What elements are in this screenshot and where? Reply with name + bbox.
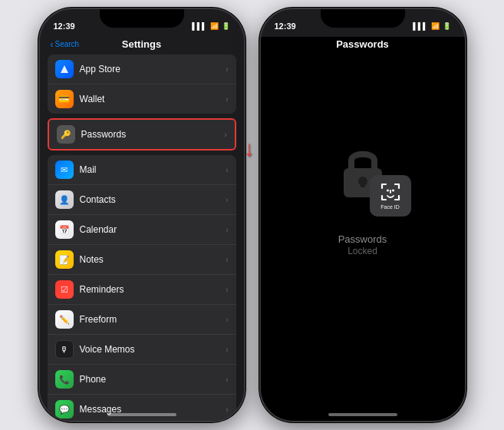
settings-title: Settings bbox=[122, 38, 161, 50]
settings-item-contacts[interactable]: 👤 Contacts › bbox=[48, 185, 236, 215]
passwords-chevron: › bbox=[224, 131, 226, 139]
settings-item-passwords[interactable]: 🔑 Passwords › bbox=[48, 118, 236, 150]
freeform-icon: ✏️ bbox=[55, 310, 74, 329]
faceid-icon-svg bbox=[380, 181, 401, 203]
red-arrow-overlay: ↓ bbox=[244, 137, 255, 161]
settings-screen: ‹ Search Settings App Store › 💳 bbox=[40, 37, 244, 421]
home-indicator bbox=[107, 413, 176, 416]
nav-header: ‹ Search Settings bbox=[40, 37, 244, 55]
back-label: Search bbox=[55, 40, 80, 48]
messages-icon: 💬 bbox=[55, 400, 74, 418]
calendar-label: Calendar bbox=[80, 224, 226, 235]
wallet-chevron: › bbox=[226, 95, 228, 104]
svg-point-4 bbox=[392, 190, 394, 192]
settings-group-main: ✉ Mail › 👤 Contacts › 📅 Calendar › 📝 Not… bbox=[48, 155, 236, 421]
mail-icon: ✉ bbox=[55, 160, 74, 179]
wifi-icon-2: 📶 bbox=[431, 22, 440, 30]
settings-item-notes[interactable]: 📝 Notes › bbox=[48, 245, 236, 275]
phone-label: Phone bbox=[80, 374, 226, 385]
svg-point-3 bbox=[387, 190, 389, 192]
passwords-label: Passwords bbox=[81, 129, 225, 140]
notch bbox=[100, 9, 184, 28]
phone-2: 12:39 ▌▌▌ 📶 🔋 Passwords bbox=[259, 8, 466, 422]
settings-item-mail[interactable]: ✉ Mail › bbox=[48, 155, 236, 185]
reminders-label: Reminders bbox=[80, 284, 226, 295]
svg-rect-2 bbox=[361, 181, 365, 187]
phone-1: 12:39 ▌▌▌ 📶 🔋 ‹ Search Settings App Stor… bbox=[38, 8, 245, 422]
notes-label: Notes bbox=[80, 254, 226, 265]
passwords-locked-text: Passwords Locked bbox=[338, 233, 387, 256]
signal-icon: ▌▌▌ bbox=[192, 22, 206, 30]
appstore-chevron: › bbox=[226, 65, 228, 74]
faceid-badge: Face ID bbox=[370, 175, 411, 217]
settings-group-top: App Store › 💳 Wallet › bbox=[48, 55, 236, 114]
passwords-icon: 🔑 bbox=[57, 125, 75, 144]
settings-item-reminders[interactable]: ☑ Reminders › bbox=[48, 275, 236, 305]
phone-icon: 📞 bbox=[55, 370, 74, 389]
faceid-label: Face ID bbox=[380, 204, 400, 210]
notch-2 bbox=[321, 9, 405, 28]
appstore-icon bbox=[55, 60, 74, 78]
wifi-icon: 📶 bbox=[210, 22, 219, 30]
contacts-label: Contacts bbox=[80, 194, 226, 205]
settings-item-appstore[interactable]: App Store › bbox=[48, 55, 236, 84]
settings-item-messages[interactable]: 💬 Messages › bbox=[48, 395, 236, 421]
battery-icon: 🔋 bbox=[222, 22, 230, 30]
wallet-icon: 💳 bbox=[55, 90, 74, 108]
mail-label: Mail bbox=[80, 164, 226, 175]
status-icons: ▌▌▌ 📶 🔋 bbox=[192, 22, 229, 30]
nav-back[interactable]: ‹ Search bbox=[51, 39, 80, 50]
wallet-label: Wallet bbox=[80, 94, 226, 104]
settings-list: App Store › 💳 Wallet › 🔑 Passwor bbox=[40, 55, 244, 421]
appstore-label: App Store bbox=[80, 64, 226, 74]
voicememos-icon: 🎙 bbox=[55, 340, 74, 359]
settings-item-calendar[interactable]: 📅 Calendar › bbox=[48, 215, 236, 245]
lock-container: Face ID Passwords Locked bbox=[261, 55, 465, 342]
battery-icon-2: 🔋 bbox=[443, 22, 451, 30]
reminders-icon: ☑ bbox=[55, 280, 74, 299]
signal-icon-2: ▌▌▌ bbox=[413, 22, 427, 30]
status-time: 12:39 bbox=[54, 22, 75, 31]
passwords-screen: Passwords bbox=[261, 37, 465, 421]
settings-item-phone[interactable]: 📞 Phone › bbox=[48, 365, 236, 395]
settings-item-wallet[interactable]: 💳 Wallet › bbox=[48, 84, 236, 114]
contacts-icon: 👤 bbox=[55, 190, 74, 209]
lock-icon-wrap: Face ID bbox=[336, 141, 390, 203]
home-indicator-2 bbox=[328, 413, 397, 416]
status-time-2: 12:39 bbox=[275, 22, 296, 31]
voicememos-label: Voice Memos bbox=[80, 344, 226, 355]
notes-icon: 📝 bbox=[55, 250, 74, 269]
passwords-title: Passwords bbox=[336, 38, 389, 50]
settings-item-voicememos[interactable]: 🎙 Voice Memos › bbox=[48, 335, 236, 365]
passwords-header: Passwords bbox=[261, 37, 465, 55]
back-chevron-icon: ‹ bbox=[51, 39, 54, 50]
settings-item-freeform[interactable]: ✏️ Freeform › bbox=[48, 305, 236, 335]
status-icons-2: ▌▌▌ 📶 🔋 bbox=[413, 22, 450, 30]
freeform-label: Freeform bbox=[80, 314, 226, 325]
calendar-icon: 📅 bbox=[55, 220, 74, 239]
